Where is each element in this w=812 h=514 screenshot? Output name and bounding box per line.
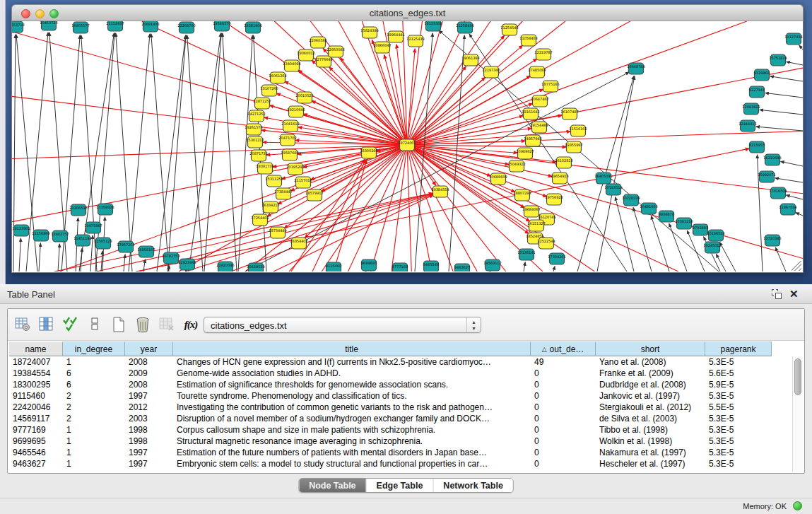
graph-node[interactable]: 10688609: [489, 173, 507, 185]
graph-node[interactable]: 17016504: [769, 187, 787, 199]
graph-edge[interactable]: [781, 161, 803, 166]
graph-edge[interactable]: [616, 197, 634, 271]
graph-node[interactable]: 9702893: [693, 224, 708, 235]
graph-node[interactable]: 9115460: [326, 262, 341, 271]
graph-edge[interactable]: [407, 132, 570, 145]
graph-edge[interactable]: [58, 244, 59, 271]
graph-node[interactable]: 14271252: [247, 110, 265, 122]
graph-edge[interactable]: [687, 230, 705, 271]
create-table-icon[interactable]: [110, 315, 128, 334]
graph-node[interactable]: 14569117: [483, 259, 501, 271]
graph-node[interactable]: 16102813: [555, 157, 572, 168]
graph-node[interactable]: 16405090: [594, 173, 612, 184]
graph-edge[interactable]: [407, 145, 803, 259]
graph-node[interactable]: 18724007: [398, 139, 416, 151]
graph-node[interactable]: 9463627: [454, 264, 470, 271]
graph-node[interactable]: 20206536: [69, 204, 87, 216]
scrollbar-thumb[interactable]: [794, 358, 801, 395]
graph-node[interactable]: 19587683: [281, 149, 298, 160]
table-row[interactable]: 1872400712008Changes of HCN gene express…: [9, 356, 775, 368]
graph-node[interactable]: 10639539: [247, 263, 264, 271]
graph-node[interactable]: 10989627: [516, 148, 534, 159]
graph-node[interactable]: 17254402: [251, 214, 269, 226]
graph-node[interactable]: 20691406: [141, 21, 159, 32]
graph-node[interactable]: 22060584: [309, 37, 326, 48]
graph-node[interactable]: 9465546: [423, 261, 439, 271]
graph-node[interactable]: 12093822: [742, 103, 760, 115]
graph-node[interactable]: 19261573: [245, 124, 262, 135]
graph-node[interactable]: 15992071: [758, 171, 775, 182]
graph-node[interactable]: 18807293: [513, 189, 531, 201]
graph-edge[interactable]: [407, 145, 506, 271]
graph-node[interactable]: 18579917: [305, 189, 323, 201]
graph-edge[interactable]: [185, 194, 433, 271]
tab-network-table[interactable]: Network Table: [433, 479, 513, 492]
memory-ok-indicator-icon[interactable]: [793, 501, 802, 510]
graph-edge[interactable]: [407, 145, 678, 271]
graph-edge[interactable]: [151, 34, 169, 271]
graph-node[interactable]: 16354407: [290, 238, 307, 249]
graph-node[interactable]: 12710345: [763, 235, 781, 246]
graph-node[interactable]: 18734449: [269, 227, 286, 238]
tab-edge-table[interactable]: Edge Table: [367, 479, 434, 492]
graph-node[interactable]: 20553718: [12, 21, 25, 33]
graph-edge[interactable]: [716, 255, 726, 271]
graph-node[interactable]: 18381904: [244, 22, 261, 33]
graph-node[interactable]: 19654923: [551, 173, 568, 184]
graph-edge[interactable]: [407, 145, 453, 271]
graph-edge[interactable]: [407, 145, 515, 192]
table-row[interactable]: 946362711997Embryonic stem cells: a mode…: [9, 458, 775, 469]
graph-node[interactable]: 18300295: [360, 147, 377, 158]
graph-node[interactable]: 10453720: [40, 21, 57, 30]
graph-edge[interactable]: [95, 33, 114, 271]
column-header-title[interactable]: title: [173, 341, 531, 356]
graph-node[interactable]: 20010525: [295, 92, 313, 103]
graph-edge[interactable]: [204, 33, 221, 271]
graph-edge[interactable]: [799, 45, 803, 49]
column-header-name[interactable]: name: [9, 341, 63, 356]
graph-edge[interactable]: [312, 101, 407, 145]
network-canvas[interactable]: 1872400722060584190600121277664422660088…: [11, 21, 804, 273]
graph-node[interactable]: 21258434: [456, 22, 473, 33]
graph-node[interactable]: 16782753: [162, 252, 180, 264]
row-options-icon[interactable]: [86, 315, 104, 334]
table-row[interactable]: 946554611997Estimation of the future num…: [9, 447, 775, 458]
graph-node[interactable]: 10491603: [640, 203, 657, 214]
graph-node[interactable]: 18161642: [522, 108, 539, 119]
graph-node[interactable]: 19355997: [565, 141, 582, 153]
graph-node[interactable]: 13107260: [260, 85, 278, 96]
graph-node[interactable]: 10196524: [707, 230, 724, 241]
show-columns-icon[interactable]: [37, 315, 56, 334]
network-graph[interactable]: 1872400722060584190600121277664422660088…: [12, 21, 803, 271]
graph-edge[interactable]: [796, 213, 803, 216]
graph-edge[interactable]: [775, 247, 786, 271]
graph-node[interactable]: 22522544: [537, 238, 555, 249]
resize-grip-icon[interactable]: [792, 261, 801, 271]
graph-node[interactable]: 11058408: [519, 35, 537, 46]
graph-edge[interactable]: [12, 96, 407, 145]
graph-node[interactable]: 15311250: [265, 175, 283, 187]
column-header-pagerank[interactable]: pagerank: [705, 341, 772, 356]
graph-node[interactable]: 9227341: [749, 86, 765, 98]
graph-edge[interactable]: [633, 208, 652, 271]
graph-node[interactable]: 17485083: [528, 66, 546, 78]
column-header-indegree[interactable]: in_degree: [63, 341, 125, 356]
graph-node[interactable]: 16210643: [763, 154, 781, 165]
graph-edge[interactable]: [524, 262, 525, 271]
graph-node[interactable]: 10193519: [604, 184, 622, 195]
graph-node[interactable]: 15136141: [517, 249, 535, 260]
graph-node[interactable]: 22660088: [326, 46, 344, 57]
graph-edge[interactable]: [787, 195, 803, 199]
graph-node[interactable]: 12219787: [534, 49, 552, 60]
graph-node[interactable]: 18391737: [256, 163, 273, 174]
graph-edge[interactable]: [787, 62, 803, 65]
column-header-short[interactable]: short: [596, 341, 705, 356]
graph-node[interactable]: 11516102: [569, 125, 587, 136]
graph-node[interactable]: 13404094: [283, 60, 300, 71]
table-row[interactable]: 1456911722003Disruption of a novel membe…: [9, 413, 775, 424]
delete-table-icon[interactable]: [134, 315, 152, 334]
graph-node[interactable]: 15049322: [507, 160, 525, 172]
column-header-year[interactable]: year: [125, 341, 173, 356]
close-panel-icon[interactable]: ✕: [789, 288, 802, 300]
graph-edge[interactable]: [19, 238, 20, 271]
